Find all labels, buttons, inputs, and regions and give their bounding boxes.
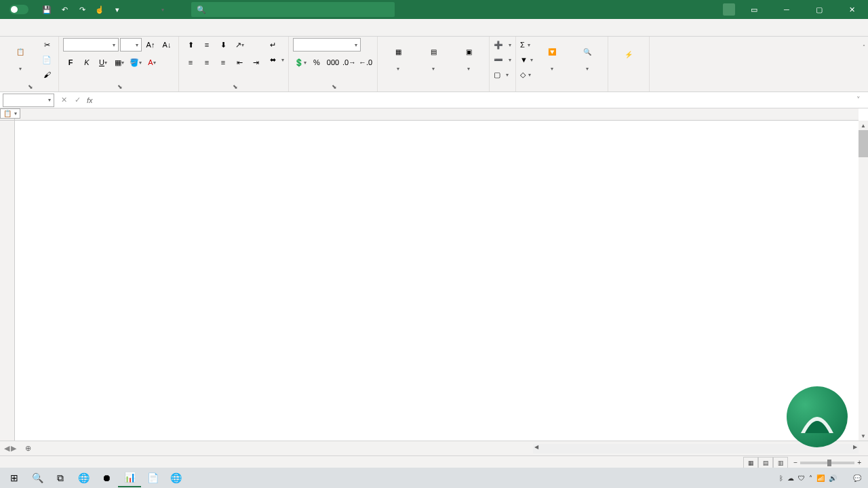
orientation-icon[interactable]: ↗▾ [232,38,247,52]
format-painter-icon[interactable]: 🖌 [39,68,54,81]
app-excel-icon[interactable]: 📊 [118,468,141,487]
bold-button[interactable]: F [63,56,78,69]
decrease-decimal-icon[interactable]: ←.0 [358,56,373,69]
increase-font-icon[interactable]: A↑ [143,38,158,52]
name-box[interactable]: ▾ [3,94,54,107]
dialog-launcher-icon[interactable]: ⬊ [28,83,33,90]
sheet-nav-prev-icon[interactable]: ◀ [4,444,9,453]
redo-icon[interactable]: ↷ [75,2,90,17]
format-cells-button[interactable]: ▢ ▾ [494,68,511,81]
formula-input[interactable] [96,94,852,107]
align-left-icon[interactable]: ≡ [183,56,198,69]
fx-icon[interactable]: fx [87,96,93,104]
scroll-thumb[interactable] [859,130,868,157]
autosum-icon[interactable]: Σ ▾ [520,38,533,52]
align-bottom-icon[interactable]: ⬇ [216,38,231,52]
wrap-text-button[interactable]: ↵ [270,38,284,52]
zoom-in-icon[interactable]: + [857,459,861,466]
tray-sound-icon[interactable]: 🔊 [829,474,837,482]
ribbon-display-icon[interactable]: ▭ [741,0,768,19]
zoom-out-icon[interactable]: − [793,459,797,466]
dialog-launcher-icon[interactable]: ⬊ [233,83,238,90]
align-middle-icon[interactable]: ≡ [199,38,214,52]
italic-button[interactable]: K [79,56,94,69]
scroll-up-icon[interactable]: ▲ [859,121,868,130]
collapse-ribbon-icon[interactable]: ˄ [863,44,865,50]
search-taskbar-icon[interactable]: 🔍 [26,468,49,487]
increase-decimal-icon[interactable]: .0→ [342,56,357,69]
clear-icon[interactable]: ◇ ▾ [520,68,533,81]
cancel-formula-icon[interactable]: ✕ [57,94,71,107]
borders-icon[interactable]: ▦▾ [112,56,127,69]
insert-cells-button[interactable]: ➕ ▾ [494,38,511,52]
page-layout-view-icon[interactable]: ▤ [758,457,773,469]
currency-icon[interactable]: 💲▾ [293,56,308,69]
cut-icon[interactable]: ✂ [39,38,54,52]
expand-formula-bar-icon[interactable]: ˅ [852,94,865,107]
paste-button[interactable]: 📋▾ [4,38,37,81]
align-right-icon[interactable]: ≡ [216,56,231,69]
fill-icon[interactable]: ▼ ▾ [520,53,533,66]
find-select-button[interactable]: 🔍▾ [571,38,604,81]
conditional-formatting-button[interactable]: ▦▾ [382,38,414,81]
font-color-icon[interactable]: A▾ [144,56,159,69]
increase-indent-icon[interactable]: ⇥ [248,56,263,69]
user-avatar[interactable] [723,3,735,16]
copy-icon[interactable]: 📄 [39,53,54,66]
normal-view-icon[interactable]: ▦ [743,457,758,469]
dialog-launcher-icon[interactable]: ⬊ [117,83,123,90]
maximize-button[interactable]: ▢ [806,0,833,19]
autosave-toggle[interactable] [0,5,34,14]
percent-icon[interactable]: % [309,56,324,69]
decrease-font-icon[interactable]: A↓ [159,38,174,52]
sheet-tabs-bar: ◀ ▶ ⊕ ◀ ▶ [0,441,868,455]
page-break-view-icon[interactable]: ▥ [773,457,788,469]
qat-more-icon[interactable]: ▾ [110,2,125,17]
align-center-icon[interactable]: ≡ [199,56,214,69]
touch-icon[interactable]: ☝ [92,2,107,17]
sheet-nav-next-icon[interactable]: ▶ [11,444,16,453]
app-word-icon[interactable]: 📄 [141,468,164,487]
scroll-down-icon[interactable]: ▼ [859,431,868,441]
sort-filter-button[interactable]: 🔽▾ [536,38,568,81]
taskview-icon[interactable]: ⧉ [49,468,72,487]
save-icon[interactable]: 💾 [39,2,54,17]
decrease-indent-icon[interactable]: ⇤ [232,56,247,69]
fill-color-icon[interactable]: 🪣▾ [128,56,143,69]
format-as-table-button[interactable]: ▤▾ [417,38,450,81]
ideas-button[interactable]: ⚡ [612,38,645,81]
tray-notifications-icon[interactable]: 💬 [853,474,861,482]
tray-network-icon[interactable]: 📶 [816,474,825,482]
undo-icon[interactable]: ↶ [57,2,72,17]
search-box[interactable]: 🔍 [191,2,395,17]
delete-cells-button[interactable]: ➖ ▾ [494,53,511,66]
align-top-icon[interactable]: ⬆ [183,38,198,52]
app-obs-icon[interactable]: ⏺ [95,468,118,487]
spreadsheet-grid[interactable]: ▲ ▼ 📋 ▾ [0,108,868,441]
start-button[interactable]: ⊞ [3,468,26,487]
font-size-select[interactable]: ▾ [120,38,142,52]
paste-options-tag[interactable]: 📋 ▾ [0,108,20,119]
tray-bluetooth-icon[interactable]: ᛒ [779,474,783,482]
document-title[interactable]: ▾ [159,7,164,13]
app-edge-icon[interactable]: 🌐 [164,468,187,487]
dialog-launcher-icon[interactable]: ⬊ [332,83,337,90]
app-chrome-icon[interactable]: 🌐 [72,468,95,487]
underline-button[interactable]: U▾ [96,56,111,69]
tray-security-icon[interactable]: 🛡 [798,474,805,482]
minimize-button[interactable]: ─ [773,0,800,19]
add-sheet-button[interactable]: ⊕ [20,444,35,453]
column-headers[interactable] [15,108,859,121]
enter-formula-icon[interactable]: ✓ [71,94,84,107]
row-headers[interactable] [0,121,15,441]
comma-icon[interactable]: 000 [326,56,340,69]
merge-center-button[interactable]: ⬌ ▾ [270,53,284,66]
tray-chevron-icon[interactable]: ˄ [809,474,812,482]
tray-onedrive-icon[interactable]: ☁ [787,474,794,482]
number-format-select[interactable]: ▾ [293,38,361,52]
cell-styles-button[interactable]: ▣▾ [452,38,485,81]
vertical-scrollbar[interactable]: ▲ ▼ [859,121,868,441]
close-button[interactable]: ✕ [838,0,865,19]
font-name-select[interactable]: ▾ [63,38,119,52]
zoom-slider[interactable] [800,462,854,464]
